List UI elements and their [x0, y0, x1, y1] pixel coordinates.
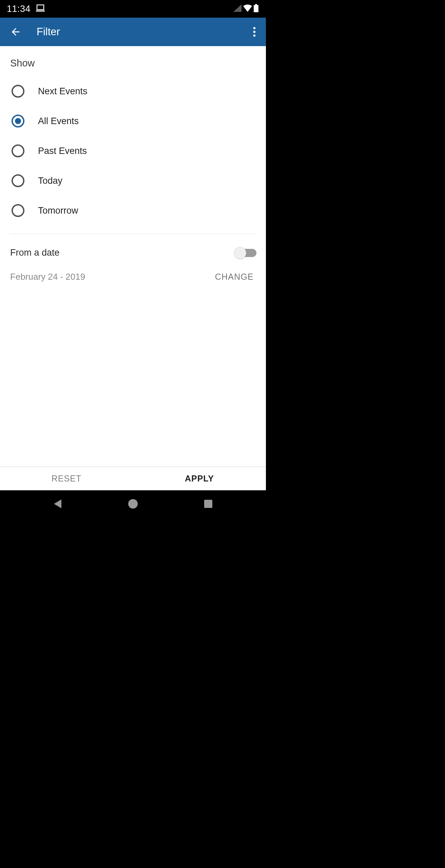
cellular-icon [233, 4, 241, 13]
battery-icon [254, 4, 258, 14]
from-date-switch[interactable] [235, 249, 256, 257]
app-bar: Filter [0, 18, 266, 46]
action-bar: RESET APPLY [0, 467, 266, 490]
section-show-title: Show [0, 46, 266, 74]
arrow-left-icon [10, 26, 21, 38]
svg-rect-0 [37, 5, 44, 10]
page-title: Filter [37, 26, 60, 38]
from-date-row: From a date [0, 234, 266, 262]
from-date-value-row: February 24 - 2019 CHANGE [0, 262, 266, 289]
status-bar: 11:34 [0, 0, 266, 18]
switch-thumb [234, 247, 246, 259]
laptop-icon [36, 4, 45, 13]
radio-label: Past Events [38, 146, 87, 156]
circle-home-icon [128, 499, 138, 509]
triangle-back-icon [53, 499, 62, 509]
svg-rect-2 [255, 4, 257, 5]
svg-point-5 [253, 31, 255, 33]
svg-point-4 [253, 27, 255, 29]
radio-option[interactable]: Tomorrow [0, 196, 266, 225]
back-button[interactable] [9, 25, 22, 39]
radio-option[interactable]: Past Events [0, 136, 266, 166]
status-clock: 11:34 [7, 4, 31, 14]
content-area: Show Next EventsAll EventsPast EventsTod… [0, 46, 266, 490]
radio-icon [12, 115, 24, 127]
status-right [233, 4, 258, 14]
from-date-value: February 24 - 2019 [10, 272, 85, 282]
svg-rect-1 [36, 11, 45, 12]
radio-icon [12, 174, 24, 187]
radio-option[interactable]: All Events [0, 106, 266, 136]
radio-option[interactable]: Next Events [0, 76, 266, 106]
change-date-button[interactable]: CHANGE [215, 272, 254, 282]
svg-rect-3 [254, 5, 258, 12]
radio-icon [12, 85, 24, 98]
radio-icon [12, 204, 24, 217]
radio-label: All Events [38, 116, 79, 126]
nav-home-button[interactable] [128, 499, 138, 510]
overflow-menu-button[interactable] [248, 25, 261, 39]
reset-button[interactable]: RESET [0, 467, 133, 490]
nav-recent-button[interactable] [204, 499, 213, 510]
square-recent-icon [204, 499, 213, 508]
radio-label: Today [38, 176, 62, 186]
svg-rect-8 [204, 500, 212, 508]
radio-group-show: Next EventsAll EventsPast EventsTodayTom… [0, 74, 266, 234]
wifi-icon [243, 4, 252, 13]
status-left: 11:34 [7, 4, 45, 14]
radio-icon [12, 144, 24, 157]
radio-option[interactable]: Today [0, 166, 266, 196]
svg-point-7 [128, 499, 138, 509]
svg-point-6 [253, 35, 255, 37]
more-vert-icon [253, 27, 256, 37]
radio-label: Next Events [38, 86, 88, 97]
apply-button[interactable]: APPLY [133, 467, 266, 490]
radio-label: Tomorrow [38, 205, 78, 216]
navigation-bar [0, 490, 266, 519]
nav-back-button[interactable] [53, 499, 62, 510]
from-date-label: From a date [10, 248, 60, 258]
